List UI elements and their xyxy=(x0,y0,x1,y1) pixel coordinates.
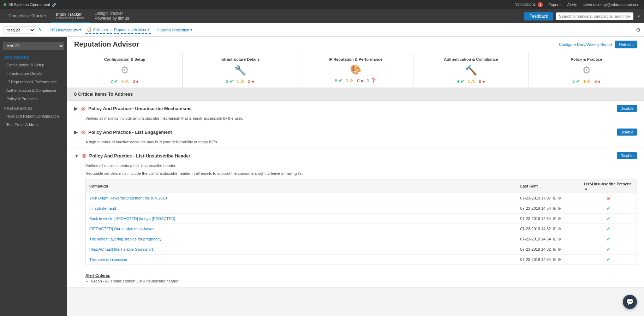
tab-design[interactable]: Design Tracker Powered by litmus xyxy=(90,9,134,23)
sub-nav: test123 ✎ 📧 Deliverability ▾ 📋 Advisors … xyxy=(0,23,644,37)
view-icon[interactable]: ⊞ xyxy=(553,247,556,252)
score-card-policy[interactable]: Policy & Practice ⚙ 3 ✔ 1 ⚠ 3 ● xyxy=(529,52,644,88)
last-sent-cell: 07-23-2019 14:54 ⊞⊕ xyxy=(517,234,580,244)
chat-icon: 💬 xyxy=(626,298,634,306)
ip-green-badge: 5 ✔ xyxy=(335,78,342,83)
sidebar-item-rule-report[interactable]: Rule and Report Configuration xyxy=(0,112,67,120)
infra-green-badge: 3 ✔ xyxy=(226,79,233,84)
check-green-icon: ✔ xyxy=(606,257,610,262)
score-card-infra-icon: 🔧 xyxy=(234,64,246,76)
advisors-nav-btn[interactable]: 📋 Advisors — Reputation Advisor ▾ xyxy=(85,26,152,34)
critical-header: 8 Critical Items To Address xyxy=(67,88,644,101)
info-icon[interactable]: ⊕ xyxy=(557,226,561,231)
campaign-link[interactable]: This sale is in session xyxy=(89,257,127,262)
notifications-badge: 1 xyxy=(538,2,543,7)
campaign-link[interactable]: In high demand xyxy=(89,206,116,210)
sidebar-item-auth-compliance[interactable]: Authentication & Compliance xyxy=(0,86,67,95)
list-unsub-status-cell: ✔ xyxy=(580,214,637,224)
user-email[interactable]: steve.mcelroy@edatasource.com xyxy=(583,2,640,7)
brand-protection-nav-btn[interactable]: 🛡 Brand Protection ▾ xyxy=(153,26,195,34)
issue-2-disable-button[interactable]: Disable xyxy=(617,129,637,136)
edit-account-icon[interactable]: ✎ xyxy=(38,27,42,32)
alert-criteria-item-1: Green - All emails contain List-Unsubscr… xyxy=(91,279,637,283)
sidebar-preferences-label: PREFERENCES xyxy=(0,103,67,112)
sidebar-item-config-setup[interactable]: Configuration & Setup xyxy=(0,61,67,69)
sidebar-item-test-email[interactable]: Test Email Address xyxy=(0,120,67,129)
view-icon[interactable]: ⊞ xyxy=(553,206,556,211)
score-card-config-badges: 2 ✔ 0 ⚠ 3 ● xyxy=(111,79,139,84)
tabs-container: Competitive Tracker Inbox Tracker Delive… xyxy=(4,9,134,23)
chat-button[interactable]: 💬 xyxy=(623,295,637,309)
issue-1-description: Verifies all mailings include an unsubsc… xyxy=(67,116,644,124)
sidebar-account-select[interactable]: test123 xyxy=(3,42,64,50)
campaign-link[interactable]: [REDACTED] the Tie-Dye Sweatshirt xyxy=(89,247,153,251)
info-icon[interactable]: ⊕ xyxy=(557,216,561,221)
search-input[interactable] xyxy=(556,12,633,20)
advisors-icon: 📋 xyxy=(87,27,92,32)
list-unsub-status-cell: ⊗ xyxy=(580,193,637,203)
main-layout: test123 DASHBOARD Configuration & Setup … xyxy=(0,37,644,316)
nav-divider xyxy=(45,26,45,34)
issue-1-disable-button[interactable]: Disable xyxy=(617,105,637,112)
info-icon[interactable]: ⊕ xyxy=(557,257,561,262)
col-last-sent-header[interactable]: Last Sent xyxy=(517,179,580,193)
account-selector[interactable]: test123 xyxy=(4,26,35,34)
campaign-link[interactable]: Back in stock: [REDACTED] tie-dye [REDAC… xyxy=(89,216,175,221)
campaign-link[interactable]: [REDACTED] Our tie-dye must-haves xyxy=(89,227,154,231)
issue-header-3: ▼ ⊗ Policy And Practice - List-Unsubscri… xyxy=(67,148,644,163)
alert-criteria-title: Alert Criteria: xyxy=(85,273,637,278)
issue-3-disable-button[interactable]: Disable xyxy=(617,152,637,159)
info-icon[interactable]: ⊕ xyxy=(557,247,561,252)
info-icon[interactable]: ⊕ xyxy=(557,196,561,201)
issue-1-toggle-button[interactable]: ▶ xyxy=(74,106,78,111)
alerts-link[interactable]: Alerts xyxy=(567,2,577,7)
refresh-button[interactable]: Refresh xyxy=(615,41,637,48)
ip-red-badge: 0 ● xyxy=(357,78,364,83)
view-icon[interactable]: ⊞ xyxy=(553,257,556,262)
sidebar-dashboard-label[interactable]: DASHBOARD xyxy=(0,52,67,61)
view-icon[interactable]: ⊞ xyxy=(553,237,556,242)
check-green-icon: ✔ xyxy=(606,226,610,232)
issue-2-error-icon: ⊗ xyxy=(81,129,85,136)
score-card-config[interactable]: Configuration & Setup ⚙ 2 ✔ 0 ⚠ 3 ● xyxy=(67,52,182,88)
issue-3-toggle-button[interactable]: ▼ xyxy=(74,153,79,159)
feedback-button[interactable]: Feedback xyxy=(524,12,553,20)
tab-competitive[interactable]: Competitive Tracker xyxy=(4,9,51,23)
score-card-policy-icon: ⚙ xyxy=(582,64,591,76)
score-card-policy-title: Policy & Practice xyxy=(571,57,602,61)
info-icon[interactable]: ⊕ xyxy=(557,237,561,242)
sidebar-item-infra-details[interactable]: Infrastructure Details xyxy=(0,69,67,78)
issue-2-toggle-button[interactable]: ▶ xyxy=(74,129,78,135)
ip-yellow-badge: 1 ⚠ xyxy=(346,78,354,83)
view-icon[interactable]: ⊞ xyxy=(553,226,556,231)
infra-yellow-badge: 1 ⚠ xyxy=(237,79,245,84)
score-card-ip[interactable]: IP Reputation & Performance 🎨 5 ✔ 1 ⚠ 0 … xyxy=(298,52,413,88)
score-card-policy-badges: 3 ✔ 1 ⚠ 3 ● xyxy=(572,79,601,84)
campaign-link[interactable]: Your Bright Rewards Statement for July 2… xyxy=(89,196,167,200)
issue-2-description: A high number of inactive accounts may h… xyxy=(67,140,644,148)
tab-inbox[interactable]: Inbox Tracker Deliverability Edition xyxy=(51,9,90,23)
score-card-config-icon: ⚙ xyxy=(120,64,129,76)
view-icon[interactable]: ⊞ xyxy=(553,196,556,201)
search-dropdown-arrow[interactable]: ▼ xyxy=(637,14,640,18)
col-list-unsub-header[interactable]: List-Unsubscribe Present ▲ xyxy=(580,179,637,193)
deliverability-icon: 📧 xyxy=(50,28,55,32)
last-sent-cell: 07-23-2019 14:54 ⊞⊕ xyxy=(517,214,580,224)
deliverability-nav-btn[interactable]: 📧 Deliverability ▾ xyxy=(48,26,83,34)
campaign-link[interactable]: The softest layering staples for pregnan… xyxy=(89,237,161,241)
notifications-link[interactable]: Notifications 1 xyxy=(514,2,543,7)
score-card-infra[interactable]: Infrastructure Details 🔧 3 ✔ 1 ⚠ 2 ● xyxy=(183,52,298,88)
configure-link[interactable]: Configure Daily/Weekly Report xyxy=(559,42,612,47)
status-dot xyxy=(4,3,6,6)
exports-link[interactable]: Exports xyxy=(548,2,561,7)
issue-3-error-icon: ⊗ xyxy=(82,153,87,159)
score-card-auth[interactable]: Authentication & Compliance 🔨 4 ✔ 1 ⚠ 0 … xyxy=(413,52,529,88)
score-card-ip-icon: 🎨 xyxy=(350,64,361,75)
info-icon[interactable]: ⊕ xyxy=(557,206,561,211)
view-icon[interactable]: ⊞ xyxy=(553,216,556,221)
sidebar-item-policy-practices[interactable]: Policy & Practices xyxy=(0,95,67,103)
sidebar-item-ip-reputation[interactable]: IP Reputation & Performance xyxy=(0,78,67,86)
last-sent-cell: 07-23-2019 14:32 ⊞⊕ xyxy=(517,244,580,255)
issue-item-2: ▶ ⊗ Policy And Practice - List Engagemen… xyxy=(67,124,644,148)
settings-gear-button[interactable]: ⚙ xyxy=(636,27,640,33)
